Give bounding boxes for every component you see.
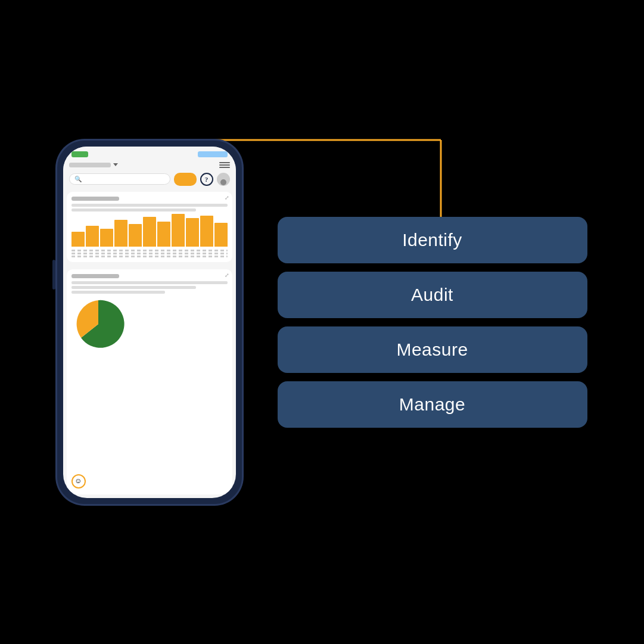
pie-chart-card: ⤢ bbox=[67, 269, 232, 494]
phone-screen: 🔍 ? ⤢ bbox=[63, 147, 236, 498]
toolbar: 🔍 ? bbox=[63, 170, 236, 188]
card-2-title bbox=[71, 274, 119, 278]
measure-button[interactable]: Measure bbox=[278, 326, 587, 373]
card-title bbox=[71, 197, 119, 201]
bar-6 bbox=[143, 217, 156, 247]
bar-chart bbox=[71, 215, 228, 248]
card-text-lines bbox=[71, 204, 228, 211]
chevron-down-icon bbox=[113, 163, 118, 166]
hamburger-menu-icon[interactable] bbox=[219, 162, 230, 168]
main-container: 🔍 ? ⤢ bbox=[0, 0, 644, 644]
bar-11 bbox=[214, 223, 228, 247]
bar-5 bbox=[129, 224, 142, 247]
identify-button[interactable]: Identify bbox=[278, 217, 587, 263]
bar-7 bbox=[157, 222, 170, 247]
manage-button[interactable]: Manage bbox=[278, 381, 587, 428]
pie-chart-container bbox=[71, 297, 228, 351]
bar-4 bbox=[114, 220, 127, 247]
action-buttons-list: Identify Audit Measure Manage bbox=[278, 217, 587, 428]
bar-3 bbox=[100, 229, 113, 247]
expand-icon-2[interactable]: ⤢ bbox=[225, 272, 229, 278]
chart-grid bbox=[71, 250, 228, 257]
manage-label: Manage bbox=[399, 394, 465, 415]
audit-label: Audit bbox=[411, 285, 453, 305]
status-blue-indicator bbox=[198, 151, 228, 157]
phone-mockup: 🔍 ? ⤢ bbox=[57, 141, 242, 504]
bar-chart-card: ⤢ bbox=[67, 192, 232, 262]
content-wrapper: 🔍 ? ⤢ bbox=[54, 141, 590, 504]
audit-button[interactable]: Audit bbox=[278, 272, 587, 318]
bar-1 bbox=[71, 232, 85, 247]
nav-dropdown[interactable] bbox=[69, 163, 118, 167]
measure-label: Measure bbox=[396, 340, 468, 360]
user-avatar[interactable] bbox=[217, 173, 230, 186]
nav-bar bbox=[63, 160, 236, 170]
bar-2 bbox=[86, 226, 99, 247]
expand-icon[interactable]: ⤢ bbox=[225, 195, 229, 201]
status-bar bbox=[63, 147, 236, 160]
help-button[interactable]: ? bbox=[200, 173, 213, 186]
search-box[interactable]: 🔍 bbox=[69, 173, 170, 185]
bar-9 bbox=[186, 218, 199, 247]
orange-action-button[interactable] bbox=[174, 173, 197, 186]
smiley-icon: ☺ bbox=[71, 474, 86, 489]
nav-dropdown-bar bbox=[69, 163, 111, 167]
bar-8 bbox=[172, 214, 185, 247]
bar-10 bbox=[200, 216, 213, 247]
phone-side-button bbox=[52, 260, 55, 290]
search-icon: 🔍 bbox=[74, 176, 82, 182]
phone-body: 🔍 ? ⤢ bbox=[57, 141, 242, 504]
identify-label: Identify bbox=[402, 230, 462, 250]
pie-chart-svg bbox=[71, 297, 125, 351]
status-green-indicator bbox=[71, 151, 88, 157]
card-2-text-lines bbox=[71, 281, 228, 294]
